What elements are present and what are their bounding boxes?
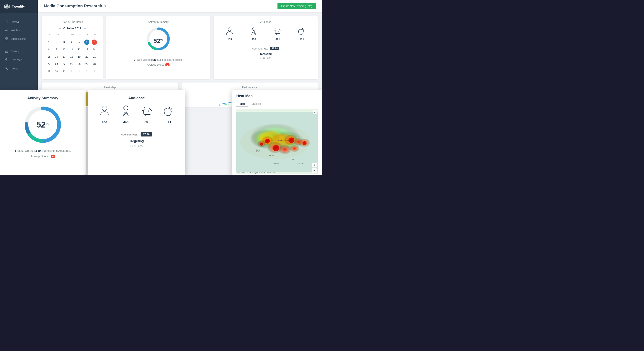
big-android-icon: [141, 104, 154, 117]
cal-day[interactable]: 31: [61, 68, 68, 75]
svg-rect-11: [5, 50, 8, 52]
cal-day[interactable]: 26: [76, 60, 84, 68]
cal-day[interactable]: 14: [91, 46, 99, 53]
cal-day[interactable]: 21: [91, 53, 99, 60]
cal-day[interactable]: 19: [76, 53, 84, 60]
cal-day[interactable]: 12: [76, 46, 84, 53]
sidebar-item-label-insights: Insights: [10, 29, 20, 32]
heatmap-map-container: United States Mexico Gulf of Mexico Cuba…: [236, 109, 318, 174]
svg-point-18: [228, 28, 231, 31]
svg-point-14: [6, 67, 7, 68]
cal-day[interactable]: 9: [54, 46, 61, 53]
sidebar-item-profile[interactable]: Profile: [0, 64, 38, 73]
calendar-prev-icon[interactable]: ◀: [59, 27, 61, 30]
cal-day[interactable]: 7: [91, 38, 99, 46]
svg-rect-8: [6, 37, 8, 38]
big-targeting-label: Targeting: [94, 139, 179, 143]
calendar-card: Start & End Dates ◀ October 2017 ▶ Su Mo…: [42, 16, 103, 79]
cal-day[interactable]: 2: [54, 38, 61, 46]
image-icon: [4, 50, 8, 53]
cal-day[interactable]: 23: [54, 60, 61, 68]
cal-day[interactable]: 8: [46, 46, 54, 53]
cal-day[interactable]: 3: [84, 68, 91, 75]
cal-day[interactable]: 4: [91, 68, 99, 75]
svg-text:Mexico: Mexico: [269, 155, 274, 157]
cal-day[interactable]: 22: [46, 60, 54, 68]
sidebar-item-insights[interactable]: Insights: [0, 26, 38, 34]
big-count-153: 153: [98, 120, 111, 124]
svg-point-54: [278, 145, 292, 154]
svg-text:Gulf of: Gulf of: [256, 149, 260, 151]
user-icon: [4, 66, 8, 70]
cal-day[interactable]: 27: [84, 60, 91, 68]
sidebar-item-label-heatmap: Heat Map: [10, 58, 22, 62]
cal-day[interactable]: 25: [68, 60, 76, 68]
audience-overlay: Audience 153 365: [88, 90, 186, 176]
sidebar-item-submissions[interactable]: Submissions: [0, 34, 38, 43]
sidebar-item-project[interactable]: Project: [0, 17, 38, 26]
big-donut-chart: 52%: [22, 104, 63, 145]
big-woman-icon: [120, 104, 132, 117]
cal-day[interactable]: 18: [68, 53, 76, 60]
cal-day[interactable]: 17: [61, 53, 68, 60]
heatmap-zoom-out-button[interactable]: −: [312, 168, 316, 173]
svg-point-24: [278, 31, 279, 32]
cal-day[interactable]: 15: [46, 53, 54, 60]
big-score-row: Average Score: 0: [6, 155, 80, 158]
svg-text:Cuba: Cuba: [291, 159, 294, 160]
cal-header-th: Th: [76, 32, 84, 36]
cal-day[interactable]: 2: [76, 68, 84, 75]
heatmap-tabs: Map Satellite: [236, 101, 318, 107]
cal-day[interactable]: 28: [91, 60, 99, 68]
cal-day[interactable]: 1: [68, 68, 76, 75]
map-pin-icon: [4, 58, 8, 62]
cal-day[interactable]: 16: [54, 53, 61, 60]
cal-day[interactable]: 24: [61, 60, 68, 68]
sidebar-item-gallery[interactable]: Gallery: [0, 47, 38, 56]
calendar-next-icon[interactable]: ▶: [84, 27, 86, 30]
cal-day[interactable]: 29: [46, 68, 54, 75]
big-targeting-value: - - 0...200: [94, 145, 179, 148]
svg-line-21: [254, 33, 255, 34]
svg-rect-9: [5, 39, 6, 40]
cal-day[interactable]: 10: [61, 46, 68, 53]
svg-point-37: [148, 110, 149, 112]
svg-point-19: [252, 28, 255, 30]
heatmap-tab-map[interactable]: Map: [236, 101, 248, 107]
cal-day[interactable]: 11: [68, 46, 76, 53]
cal-day[interactable]: 13: [84, 46, 91, 53]
avg-age-row: Average Age: 37.88: [218, 47, 314, 50]
svg-text:Caribbean Sea: Caribbean Sea: [296, 163, 304, 164]
logo-icon: [4, 4, 10, 9]
cal-header-sa: Sa: [91, 32, 99, 36]
cal-day[interactable]: 1: [46, 38, 54, 46]
create-project-button[interactable]: Create New Project (Beta): [278, 3, 316, 9]
cal-day[interactable]: 30: [54, 68, 61, 75]
heatmap-zoom-in-button[interactable]: +: [312, 163, 316, 168]
big-avg-age-row: Average Age: 37.88: [94, 132, 179, 136]
svg-point-57: [260, 142, 263, 146]
apple-icon: [297, 27, 306, 36]
svg-rect-10: [6, 39, 8, 40]
svg-text:United States: United States: [278, 139, 290, 141]
cal-day[interactable]: 20: [84, 53, 91, 60]
performance-title: Performance: [185, 86, 315, 89]
heatmap-fullscreen-icon[interactable]: ⤢: [313, 110, 316, 114]
grid-icon: [4, 37, 8, 40]
score-row: Average Score: 0: [110, 63, 206, 66]
sidebar-item-label-submissions: Submissions: [10, 37, 26, 40]
header-title-group: Media Consumption Research ▼: [44, 4, 107, 8]
big-count-111: 111: [162, 120, 175, 124]
audience-card-title: Audience: [218, 20, 314, 24]
sidebar-item-label-gallery: Gallery: [10, 50, 19, 53]
heatmap-tab-satellite[interactable]: Satellite: [248, 101, 264, 107]
dashboard-row-1: Start & End Dates ◀ October 2017 ▶ Su Mo…: [42, 16, 318, 79]
sidebar-item-heatmap[interactable]: Heat Map: [0, 56, 38, 64]
cal-day[interactable]: 5: [76, 38, 84, 46]
age-badge: 37.88: [270, 47, 279, 50]
header: Media Consumption Research ▼ Create New …: [38, 0, 322, 12]
cal-day[interactable]: 6: [84, 38, 91, 46]
cal-day[interactable]: 3: [61, 38, 68, 46]
cal-day[interactable]: 4: [68, 38, 76, 46]
audience-overlay-title: Audience: [94, 96, 179, 100]
